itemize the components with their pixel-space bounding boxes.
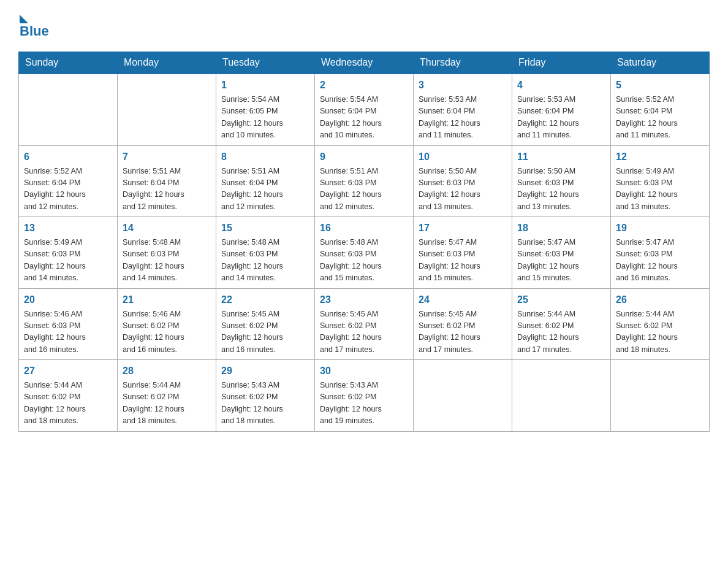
week-row-3: 13Sunrise: 5:49 AMSunset: 6:03 PMDayligh… <box>19 217 710 289</box>
day-cell: 1Sunrise: 5:54 AMSunset: 6:05 PMDaylight… <box>216 74 315 145</box>
day-number: 20 <box>24 293 112 307</box>
day-info: Sunrise: 5:50 AMSunset: 6:03 PMDaylight:… <box>517 166 605 213</box>
day-number: 7 <box>123 150 211 164</box>
day-cell: 9Sunrise: 5:51 AMSunset: 6:03 PMDaylight… <box>315 145 414 217</box>
day-number: 17 <box>419 221 507 236</box>
day-number: 23 <box>320 293 408 307</box>
day-cell: 16Sunrise: 5:48 AMSunset: 6:03 PMDayligh… <box>315 217 414 289</box>
day-cell: 5Sunrise: 5:52 AMSunset: 6:04 PMDaylight… <box>611 74 710 145</box>
day-cell: 10Sunrise: 5:50 AMSunset: 6:03 PMDayligh… <box>414 145 512 217</box>
day-number: 21 <box>123 293 211 307</box>
day-info: Sunrise: 5:49 AMSunset: 6:03 PMDaylight:… <box>616 166 704 213</box>
day-info: Sunrise: 5:48 AMSunset: 6:03 PMDaylight:… <box>320 237 408 285</box>
calendar-table: SundayMondayTuesdayWednesdayThursdayFrid… <box>18 52 710 432</box>
day-cell <box>611 360 710 432</box>
day-cell <box>512 360 611 432</box>
header-cell-friday: Friday <box>512 52 611 74</box>
day-info: Sunrise: 5:54 AMSunset: 6:04 PMDaylight:… <box>320 94 408 142</box>
day-info: Sunrise: 5:52 AMSunset: 6:04 PMDaylight:… <box>616 94 704 142</box>
day-info: Sunrise: 5:45 AMSunset: 6:02 PMDaylight:… <box>419 308 507 356</box>
day-info: Sunrise: 5:48 AMSunset: 6:03 PMDaylight:… <box>123 237 211 285</box>
day-info: Sunrise: 5:51 AMSunset: 6:04 PMDaylight:… <box>123 166 211 213</box>
day-info: Sunrise: 5:45 AMSunset: 6:02 PMDaylight:… <box>320 308 408 356</box>
day-number: 27 <box>24 364 112 378</box>
logo: Blue <box>18 12 49 39</box>
day-number: 10 <box>419 150 507 164</box>
day-cell: 6Sunrise: 5:52 AMSunset: 6:04 PMDaylight… <box>19 145 118 217</box>
day-info: Sunrise: 5:52 AMSunset: 6:04 PMDaylight:… <box>24 166 112 213</box>
day-number: 9 <box>320 150 408 164</box>
day-cell: 18Sunrise: 5:47 AMSunset: 6:03 PMDayligh… <box>512 217 611 289</box>
day-number: 11 <box>517 150 605 164</box>
day-cell: 21Sunrise: 5:46 AMSunset: 6:02 PMDayligh… <box>118 288 216 360</box>
day-cell: 17Sunrise: 5:47 AMSunset: 6:03 PMDayligh… <box>414 217 512 289</box>
day-info: Sunrise: 5:46 AMSunset: 6:03 PMDaylight:… <box>24 308 112 356</box>
day-cell: 30Sunrise: 5:43 AMSunset: 6:02 PMDayligh… <box>315 360 414 432</box>
header-cell-saturday: Saturday <box>611 52 710 74</box>
day-number: 4 <box>517 78 605 93</box>
day-info: Sunrise: 5:51 AMSunset: 6:03 PMDaylight:… <box>320 166 408 213</box>
day-cell: 3Sunrise: 5:53 AMSunset: 6:04 PMDaylight… <box>414 74 512 145</box>
day-number: 15 <box>221 221 309 236</box>
day-number: 6 <box>24 150 112 164</box>
logo-bottom-text: Blue <box>20 23 49 39</box>
day-number: 16 <box>320 221 408 236</box>
day-number: 18 <box>517 221 605 236</box>
day-info: Sunrise: 5:50 AMSunset: 6:03 PMDaylight:… <box>419 166 507 213</box>
day-number: 8 <box>221 150 309 164</box>
header-cell-tuesday: Tuesday <box>216 52 315 74</box>
day-number: 26 <box>616 293 704 307</box>
day-cell: 25Sunrise: 5:44 AMSunset: 6:02 PMDayligh… <box>512 288 611 360</box>
day-number: 14 <box>123 221 211 236</box>
day-info: Sunrise: 5:44 AMSunset: 6:02 PMDaylight:… <box>24 380 112 427</box>
day-cell: 29Sunrise: 5:43 AMSunset: 6:02 PMDayligh… <box>216 360 315 432</box>
day-cell: 28Sunrise: 5:44 AMSunset: 6:02 PMDayligh… <box>118 360 216 432</box>
day-info: Sunrise: 5:44 AMSunset: 6:02 PMDaylight:… <box>123 380 211 427</box>
day-cell: 7Sunrise: 5:51 AMSunset: 6:04 PMDaylight… <box>118 145 216 217</box>
day-number: 30 <box>320 364 408 378</box>
day-info: Sunrise: 5:51 AMSunset: 6:04 PMDaylight:… <box>221 166 309 213</box>
header-cell-wednesday: Wednesday <box>315 52 414 74</box>
header-cell-monday: Monday <box>118 52 216 74</box>
day-info: Sunrise: 5:46 AMSunset: 6:02 PMDaylight:… <box>123 308 211 356</box>
day-cell: 4Sunrise: 5:53 AMSunset: 6:04 PMDaylight… <box>512 74 611 145</box>
day-info: Sunrise: 5:54 AMSunset: 6:05 PMDaylight:… <box>221 94 309 142</box>
day-info: Sunrise: 5:44 AMSunset: 6:02 PMDaylight:… <box>616 308 704 356</box>
day-cell: 19Sunrise: 5:47 AMSunset: 6:03 PMDayligh… <box>611 217 710 289</box>
day-number: 1 <box>221 78 309 93</box>
day-cell <box>118 74 216 145</box>
day-info: Sunrise: 5:43 AMSunset: 6:02 PMDaylight:… <box>320 380 408 427</box>
day-number: 5 <box>616 78 704 93</box>
day-info: Sunrise: 5:47 AMSunset: 6:03 PMDaylight:… <box>419 237 507 285</box>
day-number: 3 <box>419 78 507 93</box>
header-cell-sunday: Sunday <box>19 52 118 74</box>
day-number: 12 <box>616 150 704 164</box>
day-cell: 13Sunrise: 5:49 AMSunset: 6:03 PMDayligh… <box>19 217 118 289</box>
day-number: 22 <box>221 293 309 307</box>
calendar-header: SundayMondayTuesdayWednesdayThursdayFrid… <box>19 52 710 74</box>
week-row-1: 1Sunrise: 5:54 AMSunset: 6:05 PMDaylight… <box>19 74 710 145</box>
day-cell <box>414 360 512 432</box>
header-row: SundayMondayTuesdayWednesdayThursdayFrid… <box>19 52 710 74</box>
day-cell: 22Sunrise: 5:45 AMSunset: 6:02 PMDayligh… <box>216 288 315 360</box>
day-number: 19 <box>616 221 704 236</box>
week-row-2: 6Sunrise: 5:52 AMSunset: 6:04 PMDaylight… <box>19 145 710 217</box>
day-cell: 26Sunrise: 5:44 AMSunset: 6:02 PMDayligh… <box>611 288 710 360</box>
day-cell: 8Sunrise: 5:51 AMSunset: 6:04 PMDaylight… <box>216 145 315 217</box>
day-cell: 12Sunrise: 5:49 AMSunset: 6:03 PMDayligh… <box>611 145 710 217</box>
day-info: Sunrise: 5:53 AMSunset: 6:04 PMDaylight:… <box>517 94 605 142</box>
day-info: Sunrise: 5:47 AMSunset: 6:03 PMDaylight:… <box>616 237 704 285</box>
day-number: 28 <box>123 364 211 378</box>
day-cell: 15Sunrise: 5:48 AMSunset: 6:03 PMDayligh… <box>216 217 315 289</box>
day-info: Sunrise: 5:44 AMSunset: 6:02 PMDaylight:… <box>517 308 605 356</box>
day-cell: 14Sunrise: 5:48 AMSunset: 6:03 PMDayligh… <box>118 217 216 289</box>
day-cell: 20Sunrise: 5:46 AMSunset: 6:03 PMDayligh… <box>19 288 118 360</box>
day-cell: 11Sunrise: 5:50 AMSunset: 6:03 PMDayligh… <box>512 145 611 217</box>
day-number: 25 <box>517 293 605 307</box>
day-info: Sunrise: 5:43 AMSunset: 6:02 PMDaylight:… <box>221 380 309 427</box>
day-info: Sunrise: 5:49 AMSunset: 6:03 PMDaylight:… <box>24 237 112 285</box>
header-cell-thursday: Thursday <box>414 52 512 74</box>
day-cell: 27Sunrise: 5:44 AMSunset: 6:02 PMDayligh… <box>19 360 118 432</box>
day-info: Sunrise: 5:45 AMSunset: 6:02 PMDaylight:… <box>221 308 309 356</box>
logo-triangle-icon <box>20 15 28 23</box>
